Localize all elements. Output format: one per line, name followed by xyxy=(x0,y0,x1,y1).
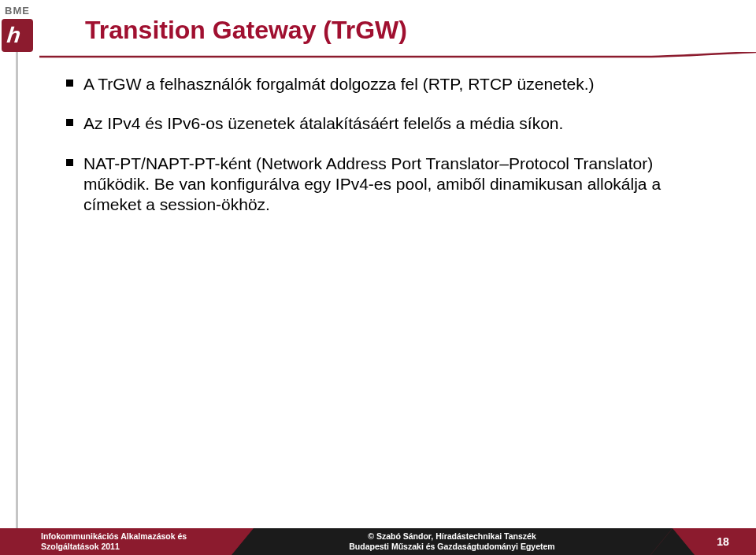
brand-rail-line xyxy=(16,52,18,532)
footer-wedge-icon xyxy=(650,528,702,555)
brand-rail: BME h xyxy=(0,0,35,555)
page-title: Transition Gateway (TrGW) xyxy=(85,16,407,45)
page-number: 18 xyxy=(717,535,729,548)
footer-left-line1: Infokommunikációs Alkalmazások és xyxy=(41,531,232,542)
svg-marker-2 xyxy=(232,528,254,555)
bullet-item: A TrGW a felhasználók forgalmát dolgozza… xyxy=(61,74,709,94)
footer-center: © Szabó Sándor, Híradástechnikai Tanszék… xyxy=(232,528,673,555)
bullet-item: Az IPv4 és IPv6-os üzenetek átalakításáé… xyxy=(61,113,709,134)
footer-left-line2: Szolgáltatások 2011 xyxy=(41,542,232,552)
footer-center-line2: Budapesti Műszaki és Gazdaságtudományi E… xyxy=(232,542,673,552)
slide-body: A TrGW a felhasználók forgalmát dolgozza… xyxy=(61,74,709,234)
footer-left: Infokommunikációs Alkalmazások és Szolgá… xyxy=(0,528,232,555)
brand-glyph: h xyxy=(6,24,22,46)
footer-wedge-icon xyxy=(232,528,269,555)
slide-footer: © Szabó Sándor, Híradástechnikai Tanszék… xyxy=(0,528,756,555)
brand-text: BME xyxy=(5,5,30,17)
footer-center-line1: © Szabó Sándor, Híradástechnikai Tanszék xyxy=(232,531,673,542)
bullet-item: NAT-PT/NAPT-PT-ként (Network Address Por… xyxy=(61,154,709,216)
